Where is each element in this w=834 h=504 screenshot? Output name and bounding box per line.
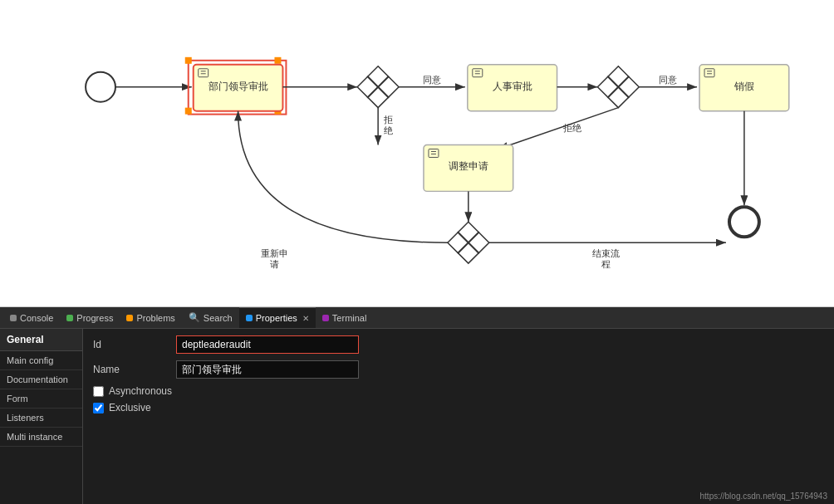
properties-icon	[246, 315, 253, 321]
end-flow-label: 结束流	[592, 248, 620, 258]
problems-tab-label: Problems	[136, 313, 174, 323]
name-label: Name	[93, 364, 176, 375]
progress-tab-label: Progress	[76, 313, 113, 323]
start-event[interactable]	[86, 72, 115, 102]
nav-form[interactable]: Form	[0, 389, 82, 409]
reject2-label: 拒绝	[562, 123, 581, 133]
handle-tr	[274, 57, 281, 64]
async-label: Asynchronous	[109, 385, 172, 397]
name-row: Name	[93, 360, 824, 379]
hr-audit-label: 人事审批	[493, 81, 532, 92]
svg-text:请: 请	[270, 259, 279, 269]
handle-bl	[185, 108, 192, 115]
end-event[interactable]	[729, 207, 759, 237]
agree2-label: 同意	[659, 75, 677, 85]
bottom-panel: Console Progress Problems 🔍 Search Prope…	[0, 307, 834, 504]
exclusive-row: Exclusive	[93, 402, 824, 413]
tab-console[interactable]: Console	[3, 307, 60, 328]
reject1-label: 拒	[383, 115, 393, 125]
name-input[interactable]	[176, 360, 359, 379]
nav-main-config[interactable]: Main config	[0, 351, 82, 370]
agree1-label: 同意	[423, 75, 441, 85]
async-row: Asynchronous	[93, 385, 824, 397]
exclusive-checkbox[interactable]	[93, 403, 104, 413]
dept-leader-label: 部门领导审批	[208, 81, 268, 92]
nav-listeners[interactable]: Listeners	[0, 409, 82, 428]
terminal-tab-label: Terminal	[332, 313, 367, 323]
diagram-area: 部门领导审批 同意 拒 绝 人事审批 同意 拒绝	[0, 0, 834, 307]
sidebar-nav: General Main config Documentation Form L…	[0, 329, 83, 504]
props-main: Id Name Asynchronous Exclusive	[83, 329, 834, 504]
tab-bar: Console Progress Problems 🔍 Search Prope…	[0, 307, 834, 329]
arrow-gw3-dept	[238, 111, 448, 243]
sidebar-header: General	[0, 329, 82, 351]
id-row: Id	[93, 335, 824, 354]
search-tab-label: Search	[204, 313, 233, 323]
id-label: Id	[93, 339, 176, 350]
id-input[interactable]	[176, 335, 359, 354]
props-content: General Main config Documentation Form L…	[0, 329, 834, 504]
reapply-label: 重新申	[261, 248, 288, 258]
tab-progress[interactable]: Progress	[60, 307, 120, 328]
console-tab-label: Console	[20, 313, 53, 323]
search-icon: 🔍	[189, 312, 200, 323]
problems-icon	[126, 315, 133, 321]
console-icon	[10, 315, 17, 321]
close-icon[interactable]: ✕	[302, 314, 309, 323]
adjust-label: 调整申请	[449, 160, 488, 172]
cancel-leave-label: 销假	[733, 81, 754, 92]
svg-text:绝: 绝	[384, 125, 393, 135]
nav-multi-instance[interactable]: Multi instance	[0, 428, 82, 447]
arrow-gw2-adjust	[498, 108, 619, 149]
tab-problems[interactable]: Problems	[120, 307, 181, 328]
async-checkbox[interactable]	[93, 386, 104, 397]
progress-icon	[66, 315, 73, 321]
tab-properties[interactable]: Properties ✕	[239, 307, 316, 328]
tab-terminal[interactable]: Terminal	[316, 307, 374, 328]
nav-documentation[interactable]: Documentation	[0, 370, 82, 389]
properties-tab-label: Properties	[256, 313, 297, 323]
exclusive-label: Exclusive	[109, 402, 151, 413]
terminal-icon	[322, 315, 329, 321]
svg-text:程: 程	[601, 259, 611, 269]
watermark: https://blog.csdn.net/qq_15764943	[700, 492, 827, 501]
tab-search[interactable]: 🔍 Search	[182, 307, 239, 328]
handle-tl	[185, 57, 192, 64]
